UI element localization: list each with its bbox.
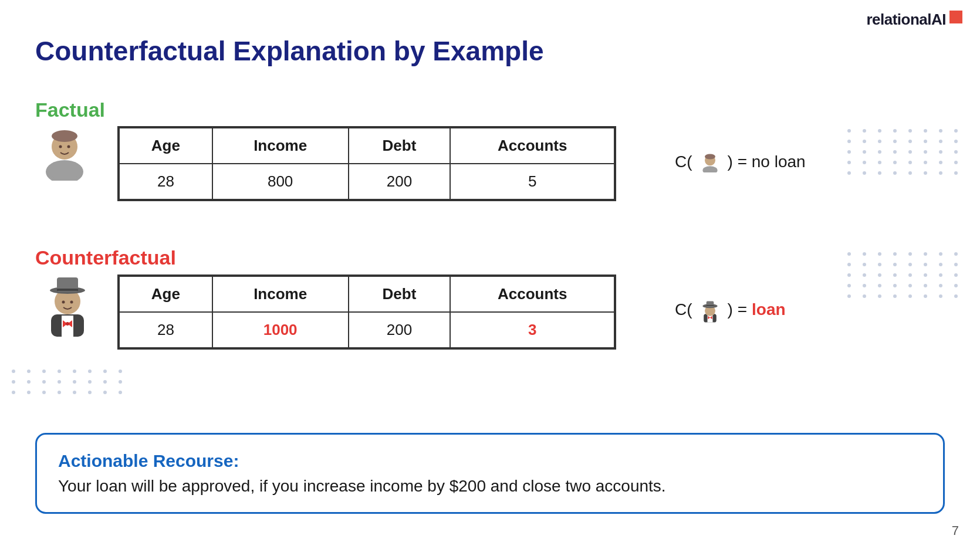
svg-point-13 — [66, 322, 69, 326]
cf-cell-accounts: 3 — [450, 312, 614, 348]
counterfactual-table: Age Income Debt Accounts 28 1000 200 3 — [119, 276, 615, 348]
svg-point-5 — [67, 145, 70, 148]
counterfactual-table-container: Age Income Debt Accounts 28 1000 200 3 — [117, 274, 616, 350]
logo-name-text: relational — [866, 11, 931, 28]
factual-label: Factual — [35, 99, 105, 121]
logo-text: relationalAI — [866, 11, 962, 29]
factual-cell-age: 28 — [119, 164, 212, 199]
svg-point-4 — [59, 145, 62, 148]
svg-rect-26 — [706, 301, 714, 307]
recourse-text: Your loan will be approved, if you incre… — [58, 477, 922, 496]
cf-result-prefix: C( — [675, 300, 692, 319]
factual-cell-income: 800 — [212, 164, 349, 199]
recourse-box: Actionable Recourse: Your loan will be a… — [35, 433, 945, 514]
factual-header-debt: Debt — [349, 128, 451, 164]
logo: relationalAI — [866, 11, 962, 29]
logo-square-icon — [949, 11, 962, 23]
cf-result-loan: loan — [752, 300, 786, 319]
cf-header-income: Income — [212, 276, 349, 312]
page-title: Counterfactual Explanation by Example — [35, 35, 544, 67]
factual-header-income: Income — [212, 128, 349, 164]
counterfactual-result: C( ) = loan — [675, 299, 786, 320]
logo-bold-text: AI — [931, 11, 946, 28]
decorative-dots-top-right — [847, 129, 962, 175]
svg-point-18 — [62, 301, 65, 304]
page-number: 7 — [952, 523, 959, 538]
factual-cell-debt: 200 — [349, 164, 451, 199]
svg-point-3 — [52, 130, 77, 142]
cf-cell-income: 1000 — [212, 312, 349, 348]
recourse-title: Actionable Recourse: — [58, 451, 922, 471]
factual-result-prefix: C( — [675, 152, 692, 171]
decorative-dots-bottom-left — [12, 370, 127, 394]
svg-rect-17 — [57, 289, 78, 291]
cf-cell-debt: 200 — [349, 312, 451, 348]
factual-cell-accounts: 5 — [450, 164, 614, 199]
svg-point-8 — [705, 154, 715, 160]
cf-header-age: Age — [119, 276, 212, 312]
cf-result-avatar — [699, 299, 721, 320]
factual-header-accounts: Accounts — [450, 128, 614, 164]
cf-header-accounts: Accounts — [450, 276, 614, 312]
factual-table-container: Age Income Debt Accounts 28 800 200 5 — [117, 126, 616, 201]
cf-result-suffix: ) = — [728, 300, 747, 319]
cf-header-debt: Debt — [349, 276, 451, 312]
cf-cell-age: 28 — [119, 312, 212, 348]
factual-avatar — [35, 122, 94, 181]
counterfactual-avatar — [35, 274, 100, 339]
svg-point-6 — [702, 166, 717, 172]
factual-result: C( ) = no loan — [675, 151, 806, 172]
svg-rect-27 — [706, 305, 714, 306]
factual-table: Age Income Debt Accounts 28 800 200 5 — [119, 127, 615, 200]
factual-header-age: Age — [119, 128, 212, 164]
svg-point-19 — [70, 301, 73, 304]
factual-result-avatar — [699, 151, 721, 172]
decorative-dots-bottom-right — [847, 252, 962, 298]
factual-result-suffix: ) = no loan — [728, 152, 806, 171]
svg-rect-1 — [52, 162, 77, 178]
counterfactual-label: Counterfactual — [35, 246, 176, 269]
